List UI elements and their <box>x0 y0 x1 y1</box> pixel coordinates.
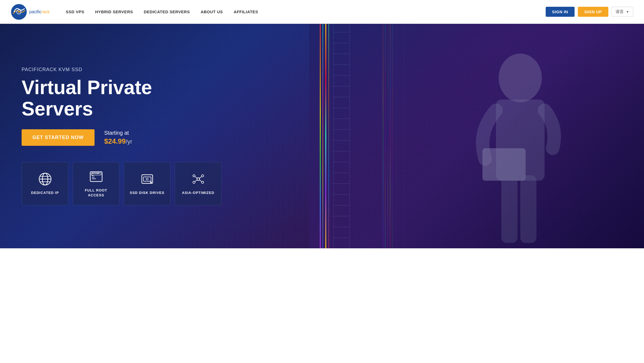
feature-asia-optimized-label: ASIA-OPTIMIZED <box>182 190 214 195</box>
feature-full-root-access-label: FULL ROOTACCESS <box>85 188 107 198</box>
svg-point-29 <box>202 181 204 183</box>
signup-button[interactable]: SIGN UP <box>578 7 608 17</box>
hero-subtitle: PACIFICRACK KVM SSD <box>22 67 222 72</box>
chevron-down-icon: ▼ <box>626 10 629 14</box>
svg-point-28 <box>193 181 195 183</box>
svg-rect-7 <box>520 175 536 243</box>
logo-rack-text: rack <box>41 9 49 14</box>
nav-affiliates[interactable]: AFFILIATES <box>234 9 258 14</box>
starting-text: Starting at <box>104 130 132 136</box>
nav-dedicated-servers[interactable]: DEDICATED SERVERS <box>144 9 190 14</box>
person-silhouette <box>343 24 644 248</box>
nav-links: SSD VPS HYBRID SERVERS DEDICATED SERVERS… <box>66 9 546 14</box>
svg-point-24 <box>150 182 152 183</box>
lang-label: 语言 <box>616 9 624 14</box>
svg-rect-6 <box>501 175 518 243</box>
language-selector[interactable]: 语言 ▼ <box>612 7 633 17</box>
feature-asia-optimized: ASIA-OPTIMIZED <box>175 162 222 205</box>
price-area: Starting at $24.99/yr <box>104 130 132 146</box>
nav-actions: SIGN IN SIGN UP 语言 ▼ <box>546 7 633 17</box>
svg-point-26 <box>193 175 195 177</box>
hero-content: PACIFICRACK KVM SSD Virtual Private Serv… <box>0 67 243 205</box>
svg-text:IO: IO <box>146 178 149 181</box>
feature-dedicated-ip: DEDICATED IP <box>22 162 68 205</box>
logo-icon <box>11 4 27 20</box>
terminal-icon <box>89 170 103 184</box>
svg-point-3 <box>499 54 542 102</box>
svg-point-2 <box>18 11 20 13</box>
feature-dedicated-ip-label: DEDICATED IP <box>31 190 59 195</box>
logo[interactable]: pacificrack <box>11 4 50 20</box>
nav-hybrid-servers[interactable]: HYBRID SERVERS <box>95 9 133 14</box>
svg-rect-5 <box>482 148 526 181</box>
svg-point-25 <box>197 178 200 180</box>
svg-line-33 <box>199 180 202 182</box>
price-amount: $24.99 <box>104 137 126 145</box>
get-started-button[interactable]: GET STARTED NOW <box>22 129 95 146</box>
feature-ssd-disk-drives-label: SSD DISK DRIVES <box>130 190 164 195</box>
nav-about-us[interactable]: ABOUT US <box>201 9 223 14</box>
disk-icon: IO <box>140 172 154 186</box>
svg-line-32 <box>195 180 197 182</box>
price-period: /yr <box>126 138 132 145</box>
feature-full-root-access: FULL ROOTACCESS <box>73 162 119 205</box>
svg-line-30 <box>195 177 197 178</box>
signin-button[interactable]: SIGN IN <box>546 7 575 17</box>
network-icon <box>191 172 205 186</box>
hero-cta-area: GET STARTED NOW Starting at $24.99/yr <box>22 129 222 146</box>
svg-line-31 <box>199 177 202 178</box>
navbar: pacificrack SSD VPS HYBRID SERVERS DEDIC… <box>0 0 644 24</box>
hero-title: Virtual Private Servers <box>22 77 222 120</box>
svg-point-27 <box>202 175 204 177</box>
globe-icon <box>38 172 52 186</box>
feature-boxes: DEDICATED IP FULL ROOTACCESS <box>22 162 222 205</box>
hero-right-panel <box>309 24 644 248</box>
nav-ssd-vps[interactable]: SSD VPS <box>66 9 85 14</box>
feature-ssd-disk-drives: IO SSD DISK DRIVES <box>124 162 170 205</box>
hero-section: PACIFICRACK KVM SSD Virtual Private Serv… <box>0 24 644 248</box>
logo-pacific-text: pacific <box>29 9 41 14</box>
